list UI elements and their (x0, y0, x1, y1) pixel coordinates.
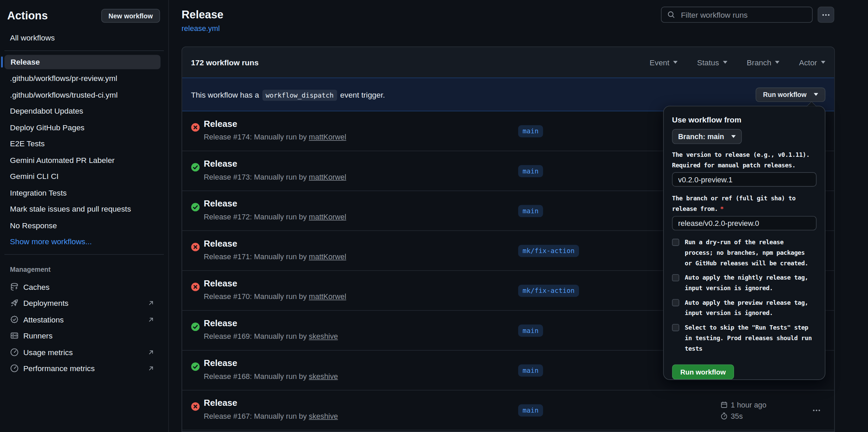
sidebar-item-workflow[interactable]: Release (4, 54, 160, 69)
sidebar-item-workflow[interactable]: Integration Tests (0, 184, 168, 201)
workflow-title: Release (182, 8, 223, 21)
run-title-link[interactable]: Release (204, 398, 237, 408)
rocket-icon (10, 299, 19, 308)
run-title-link[interactable]: Release (204, 279, 237, 288)
branch-badge[interactable]: mk/fix-action (518, 285, 579, 297)
branch-badge[interactable]: main (518, 364, 543, 377)
external-arrow-icon (147, 316, 155, 323)
branch-badge[interactable]: main (518, 325, 543, 337)
sidebar-item-management[interactable]: Runners (0, 328, 168, 344)
x-circle-icon (191, 243, 200, 251)
filter-workflow-runs-box (661, 7, 813, 23)
new-workflow-button[interactable]: New workflow (101, 9, 160, 23)
run-actor-link[interactable]: mattKorwel (309, 213, 346, 221)
sidebar-item-management[interactable]: Caches (0, 279, 168, 295)
filter-dropdown-actor[interactable]: Actor (799, 58, 826, 67)
search-icon (667, 11, 675, 19)
chevron-down-icon (775, 61, 780, 64)
checkbox[interactable] (672, 324, 679, 331)
chevron-down-icon (673, 61, 678, 64)
run-workflow-popup: Use workflow from Branch: main The versi… (663, 106, 826, 380)
run-workflow-submit-button[interactable]: Run workflow (672, 364, 734, 379)
workflow-file-link[interactable]: release.yml (182, 24, 220, 33)
chevron-down-icon (821, 61, 826, 64)
sidebar-item-management[interactable]: Deployments (0, 295, 168, 311)
chevron-down-icon (731, 135, 736, 138)
run-duration: 35s (731, 412, 743, 420)
x-circle-icon (191, 123, 200, 132)
sidebar-item-all-workflows[interactable]: All workflows (0, 29, 168, 46)
version-input[interactable] (672, 172, 817, 186)
run-title-link[interactable]: Release (204, 318, 237, 328)
run-title-link[interactable]: Release (204, 119, 237, 129)
run-title-link[interactable]: Release (204, 159, 237, 169)
version-description: The version to release (e.g., v0.1.11). … (672, 150, 817, 171)
workflow-options-kebab-button[interactable] (818, 7, 834, 23)
filter-dropdown-event[interactable]: Event (650, 58, 678, 67)
x-circle-icon (191, 402, 200, 411)
run-title-link[interactable]: Release (204, 239, 237, 249)
run-actor-link[interactable]: mattKorwel (309, 133, 346, 141)
branch-badge[interactable]: main (518, 205, 543, 217)
checkbox-label: Run a dry-run of the release process; no… (685, 237, 813, 269)
sidebar-item-workflow[interactable]: Deploy GitHub Pages (0, 119, 168, 135)
branch-badge[interactable]: main (518, 165, 543, 177)
checkbox[interactable] (672, 299, 679, 306)
selected-indicator-bar (1, 56, 3, 67)
branch-badge[interactable]: main (518, 125, 543, 137)
sidebar-item-management[interactable]: Attestations (0, 311, 168, 328)
sidebar-item-workflow[interactable]: Gemini Automated PR Labeler (0, 152, 168, 168)
sidebar-item-workflow[interactable]: Gemini CLI CI (0, 168, 168, 184)
ref-input[interactable] (672, 216, 817, 230)
run-actor-link[interactable]: skeshive (309, 332, 338, 340)
run-subtitle: Release #174: Manually run by mattKorwel (204, 133, 346, 141)
sidebar-item-management[interactable]: Usage metrics (0, 344, 168, 360)
checkbox-label: Auto apply the preview release tag, inpu… (685, 297, 813, 318)
sidebar-item-workflow[interactable]: E2E Tests (0, 135, 168, 152)
run-actor-link[interactable]: mattKorwel (309, 173, 346, 181)
meter-icon (10, 348, 19, 356)
branch-badge[interactable]: mk/fix-action (518, 245, 579, 257)
runs-list-header: 172 workflow runs EventStatusBranchActor (182, 47, 834, 78)
filter-dropdown-status[interactable]: Status (697, 58, 727, 67)
run-title-link[interactable]: Release (204, 358, 237, 368)
sidebar-item-workflow[interactable]: No Response (0, 217, 168, 233)
run-time: 1 hour ago (731, 401, 766, 409)
external-arrow-icon (147, 365, 155, 372)
main-content: Release release.yml 172 workflow runs Ev… (169, 0, 868, 432)
run-actor-link[interactable]: mattKorwel (309, 252, 346, 261)
popup-checkbox-group: Run a dry-run of the release process; no… (672, 237, 817, 269)
chevron-down-icon (723, 61, 727, 64)
run-actor-link[interactable]: skeshive (309, 412, 338, 420)
checkbox[interactable] (672, 274, 679, 281)
banner-text: This workflow has a workflow_dispatch ev… (191, 90, 385, 99)
sidebar-item-management[interactable]: Performance metrics (0, 360, 168, 377)
sidebar-item-workflow[interactable]: Dependabot Updates (0, 103, 168, 119)
sidebar-item-workflow[interactable]: .github/workflows/pr-review.yml (0, 70, 168, 86)
workflow-dispatch-code: workflow_dispatch (262, 89, 337, 101)
branch-select-button[interactable]: Branch: main (672, 129, 742, 144)
meter-icon (10, 364, 19, 373)
sidebar-divider (4, 254, 164, 255)
sidebar-item-workflow[interactable]: Mark stale issues and pull requests (0, 201, 168, 217)
run-subtitle: Release #167: Manually run by skeshive (204, 412, 338, 420)
chevron-down-icon (814, 93, 818, 96)
popup-checkbox-group: Select to skip the "Run Tests" step in t… (672, 322, 817, 354)
run-actor-link[interactable]: mattKorwel (309, 293, 346, 301)
show-more-workflows-link[interactable]: Show more workflows... (0, 233, 168, 250)
branch-badge[interactable]: main (518, 404, 543, 417)
sidebar-item-workflow[interactable]: .github/workflows/trusted-ci.yml (0, 86, 168, 103)
required-asterisk: * (720, 205, 724, 213)
popup-heading: Use workflow from (672, 115, 817, 124)
run-subtitle: Release #173: Manually run by mattKorwel (204, 173, 346, 181)
checkbox[interactable] (672, 239, 679, 246)
popup-checkbox-group: Auto apply the preview release tag, inpu… (672, 297, 817, 318)
run-options-kebab-button[interactable] (812, 406, 821, 415)
runs-filters: EventStatusBranchActor (650, 58, 826, 67)
filter-workflow-runs-input[interactable] (680, 10, 806, 19)
run-actor-link[interactable]: skeshive (309, 372, 338, 380)
filter-dropdown-branch[interactable]: Branch (747, 58, 780, 67)
run-title-link[interactable]: Release (204, 199, 237, 209)
external-arrow-icon (147, 299, 155, 307)
runs-count: 172 workflow runs (191, 58, 259, 67)
